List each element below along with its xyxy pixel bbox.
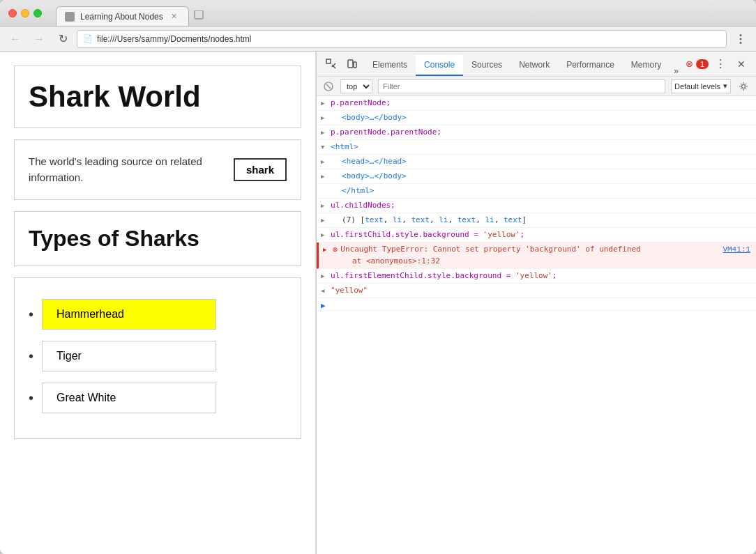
console-line: </html> <box>317 184 756 199</box>
expand-arrow-icon[interactable]: ▶ <box>323 245 326 256</box>
expand-arrow-icon[interactable]: ▶ <box>321 215 324 226</box>
console-line: ▶ p.parentNode.parentNode; <box>317 125 756 140</box>
console-error-line: ⊗ ▶ Uncaught TypeError: Cannot set prope… <box>317 243 756 269</box>
console-context-select[interactable]: top <box>340 79 372 93</box>
tab-close-button[interactable]: ✕ <box>169 11 180 22</box>
title-section: Shark World <box>14 66 301 128</box>
console-line: ▶ <body>…</body> <box>317 169 756 184</box>
tab-performance[interactable]: Performance <box>558 55 623 76</box>
inspect-element-button[interactable] <box>322 55 340 73</box>
devtools-toolbar: Elements Console Sources Network Perform… <box>317 52 756 77</box>
menu-button[interactable] <box>731 29 750 49</box>
svg-rect-6 <box>354 62 356 68</box>
console-filter-input[interactable] <box>378 79 665 93</box>
error-count-badge: ⊗ 1 <box>686 55 709 73</box>
console-line: ▶ <head>…</head> <box>317 155 756 169</box>
svg-point-3 <box>740 42 742 44</box>
prompt-icon: ▶ <box>321 300 326 311</box>
close-devtools-button[interactable]: ✕ <box>732 55 750 73</box>
error-main-row: ⊗ ▶ Uncaught TypeError: Cannot set prope… <box>333 244 750 256</box>
expand-arrow-icon[interactable]: ▶ <box>321 271 324 282</box>
list-item: • Great White <box>29 383 287 413</box>
devtools-actions: ⊗ 1 ⋮ ✕ <box>686 55 750 73</box>
subtitle-text: The world's leading source on related in… <box>29 154 220 185</box>
console-line: ▶ p.parentNode; <box>317 96 756 111</box>
svg-point-1 <box>740 34 742 36</box>
tab-elements[interactable]: Elements <box>364 55 416 76</box>
console-line: ▶ (7) [text, li, text, li, text, li, tex… <box>317 213 756 228</box>
console-line: ▶ ul.firstChild.style.background = 'yell… <box>317 228 756 243</box>
subtitle-section: The world's leading source on related in… <box>14 139 301 200</box>
navigation-toolbar: ← → ↻ 📄 file:///Users/sammy/Docments/nod… <box>0 26 756 52</box>
console-line: ◀ "yellow" <box>317 284 756 298</box>
page-title: Shark World <box>29 80 287 114</box>
forward-button[interactable]: → <box>29 29 49 49</box>
devtools-tabs: Elements Console Sources Network Perform… <box>364 52 683 77</box>
maximize-button[interactable] <box>33 9 42 17</box>
sharks-list-section: • Hammerhead • Tiger • Great White <box>14 277 301 439</box>
minimize-button[interactable] <box>21 9 29 17</box>
svg-rect-4 <box>326 59 331 63</box>
svg-rect-5 <box>348 60 353 68</box>
close-button[interactable] <box>8 9 17 17</box>
devtools-settings-dots[interactable]: ⋮ <box>711 55 729 73</box>
collapse-arrow-icon[interactable]: ▼ <box>321 142 324 153</box>
svg-point-2 <box>740 38 742 40</box>
tab-favicon <box>65 12 75 22</box>
traffic-lights <box>8 9 42 17</box>
refresh-button[interactable]: ↻ <box>53 29 73 49</box>
expand-arrow-icon[interactable]: ▶ <box>321 201 324 212</box>
back-button[interactable]: ← <box>6 29 25 49</box>
console-line: ▶ ul.firstElementChild.style.background … <box>317 269 756 284</box>
console-line: ▶ <body>…</body> <box>317 111 756 125</box>
tab-console[interactable]: Console <box>416 55 463 76</box>
error-badge: 1 <box>696 59 709 69</box>
devtools-panel: Elements Console Sources Network Perform… <box>316 52 756 554</box>
expand-arrow-icon[interactable]: ▶ <box>321 98 324 109</box>
bullet-icon: • <box>29 390 33 406</box>
address-bar[interactable]: 📄 file:///Users/sammy/Docments/nodes.htm… <box>77 30 727 48</box>
content-area: Shark World The world's leading source o… <box>0 52 756 554</box>
expand-arrow-icon[interactable]: ▶ <box>321 128 324 139</box>
shark-hammerhead: Hammerhead <box>42 299 216 330</box>
more-tabs-button[interactable]: » <box>670 66 683 76</box>
active-tab[interactable]: Learning About Nodes ✕ <box>56 6 189 26</box>
address-text: file:///Users/sammy/Docments/nodes.html <box>97 34 251 44</box>
default-levels-label: Default levels <box>674 82 720 91</box>
svg-point-9 <box>742 84 746 88</box>
new-tab-button[interactable] <box>189 6 209 26</box>
tab-network[interactable]: Network <box>511 55 558 76</box>
tab-sources[interactable]: Sources <box>463 55 511 76</box>
shark-tiger: Tiger <box>42 341 216 371</box>
svg-line-8 <box>326 84 331 89</box>
error-source-link[interactable]: VM41:1 <box>709 244 750 255</box>
console-line: ▼ <html> <box>317 140 756 155</box>
title-bar: Learning About Nodes ✕ <box>0 0 756 26</box>
tab-title: Learning About Nodes <box>80 12 163 22</box>
sharks-list: • Hammerhead • Tiger • Great White <box>29 299 287 413</box>
console-output: ▶ p.parentNode; ▶ <body>…</body> ▶ p.par… <box>317 96 756 554</box>
expand-arrow-icon[interactable]: ▶ <box>321 230 324 241</box>
expand-arrow-icon[interactable]: ▶ <box>321 157 324 168</box>
device-toolbar-button[interactable] <box>343 55 361 73</box>
expand-arrow-icon[interactable]: ▶ <box>321 113 324 124</box>
browser-page: Shark World The world's leading source o… <box>0 52 316 554</box>
shark-great-white: Great White <box>42 383 216 413</box>
console-cursor-line: ▶ <box>317 298 756 311</box>
bullet-icon: • <box>29 307 33 323</box>
chevron-icon: ◀ <box>321 286 324 297</box>
clear-console-button[interactable] <box>322 80 335 93</box>
console-settings-button[interactable] <box>736 79 750 93</box>
default-levels-select[interactable]: Default levels ▾ <box>671 79 731 93</box>
expand-arrow-icon[interactable]: ▶ <box>321 171 324 183</box>
chevron-down-icon: ▾ <box>723 82 727 91</box>
svg-rect-0 <box>195 10 203 19</box>
heading-section: Types of Sharks <box>14 211 301 266</box>
shark-button[interactable]: shark <box>234 158 287 181</box>
tab-bar: Learning About Nodes ✕ <box>56 0 209 26</box>
tab-memory[interactable]: Memory <box>623 55 670 76</box>
bullet-icon: • <box>29 348 33 364</box>
section-heading: Types of Sharks <box>29 226 287 252</box>
error-icon: ⊗ <box>333 245 338 256</box>
list-item: • Hammerhead <box>29 299 287 330</box>
